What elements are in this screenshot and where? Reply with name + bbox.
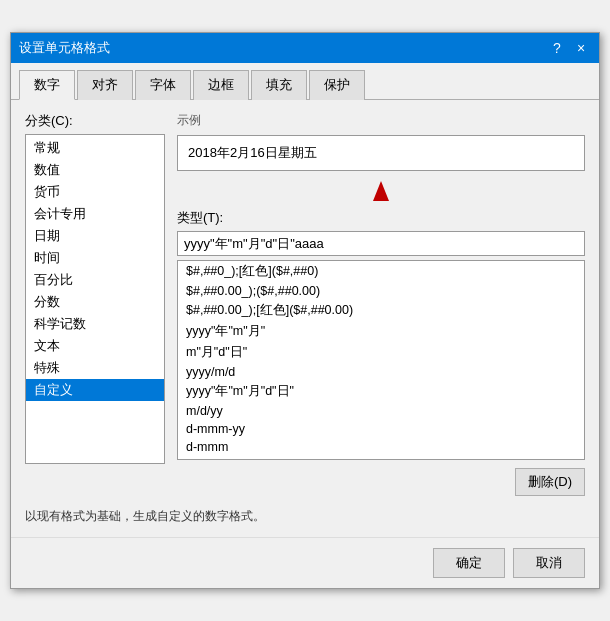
format-item[interactable]: yyyy"年"m"月"	[178, 321, 584, 342]
left-panel: 分类(C): 常规 数值 货币 会计专用 日期 时间 百分比 分数 科学记数 文…	[25, 112, 165, 502]
list-item[interactable]: 会计专用	[26, 203, 164, 225]
format-item[interactable]: $#,##0.00_);[红色]($#,##0.00)	[178, 300, 584, 321]
help-button[interactable]: ?	[547, 38, 567, 58]
footer: 确定 取消	[11, 537, 599, 588]
type-label: 类型(T):	[177, 209, 585, 227]
content-area: 分类(C): 常规 数值 货币 会计专用 日期 时间 百分比 分数 科学记数 文…	[11, 100, 599, 537]
right-panel: 示例 2018年2月16日星期五 类型(T): $#,##0_);[红色]($#…	[177, 112, 585, 502]
title-bar: 设置单元格格式 ? ×	[11, 33, 599, 63]
preview-box: 2018年2月16日星期五	[177, 135, 585, 171]
title-bar-controls: ? ×	[547, 38, 591, 58]
format-item[interactable]: $#,##0.00_);($#,##0.00)	[178, 282, 584, 300]
tab-border[interactable]: 边框	[193, 70, 249, 100]
list-item[interactable]: 文本	[26, 335, 164, 357]
tab-bar: 数字 对齐 字体 边框 填充 保护	[11, 63, 599, 100]
format-item[interactable]: d-mmm	[178, 438, 584, 456]
list-item[interactable]: 百分比	[26, 269, 164, 291]
format-item[interactable]: $#,##0_);[红色]($#,##0)	[178, 261, 584, 282]
list-item[interactable]: 时间	[26, 247, 164, 269]
tab-align[interactable]: 对齐	[77, 70, 133, 100]
list-item[interactable]: 货币	[26, 181, 164, 203]
format-item[interactable]: m/d/yy	[178, 402, 584, 420]
category-label: 分类(C):	[25, 112, 165, 130]
ok-button[interactable]: 确定	[433, 548, 505, 578]
dialog: 设置单元格格式 ? × 数字 对齐 字体 边框 填充 保护 分类(C): 常规 …	[10, 32, 600, 589]
preview-value: 2018年2月16日星期五	[188, 145, 317, 160]
hint-text: 以现有格式为基础，生成自定义的数字格式。	[25, 508, 585, 525]
format-item[interactable]: mmm-yy	[178, 456, 584, 460]
format-listbox[interactable]: $#,##0_);[红色]($#,##0) $#,##0.00_);($#,##…	[177, 260, 585, 460]
list-item[interactable]: 科学记数	[26, 313, 164, 335]
list-item[interactable]: 数值	[26, 159, 164, 181]
tab-fill[interactable]: 填充	[251, 70, 307, 100]
format-item[interactable]: yyyy"年"m"月"d"日"	[178, 381, 584, 402]
dialog-title: 设置单元格格式	[19, 39, 110, 57]
list-item[interactable]: 常规	[26, 137, 164, 159]
tab-number[interactable]: 数字	[19, 70, 75, 100]
format-item[interactable]: m"月"d"日"	[178, 342, 584, 363]
category-listbox[interactable]: 常规 数值 货币 会计专用 日期 时间 百分比 分数 科学记数 文本 特殊 自定…	[25, 134, 165, 464]
tab-protect[interactable]: 保护	[309, 70, 365, 100]
main-row: 分类(C): 常规 数值 货币 会计专用 日期 时间 百分比 分数 科学记数 文…	[25, 112, 585, 502]
example-label: 示例	[177, 112, 585, 129]
arrow-up-icon	[373, 181, 389, 201]
cancel-button[interactable]: 取消	[513, 548, 585, 578]
close-button[interactable]: ×	[571, 38, 591, 58]
arrow-container	[177, 181, 585, 205]
list-item[interactable]: 日期	[26, 225, 164, 247]
format-item[interactable]: d-mmm-yy	[178, 420, 584, 438]
type-input[interactable]	[177, 231, 585, 256]
delete-button[interactable]: 删除(D)	[515, 468, 585, 496]
format-item[interactable]: yyyy/m/d	[178, 363, 584, 381]
tab-font[interactable]: 字体	[135, 70, 191, 100]
list-item[interactable]: 分数	[26, 291, 164, 313]
list-item-custom[interactable]: 自定义	[26, 379, 164, 401]
list-item[interactable]: 特殊	[26, 357, 164, 379]
delete-row: 删除(D)	[177, 468, 585, 496]
